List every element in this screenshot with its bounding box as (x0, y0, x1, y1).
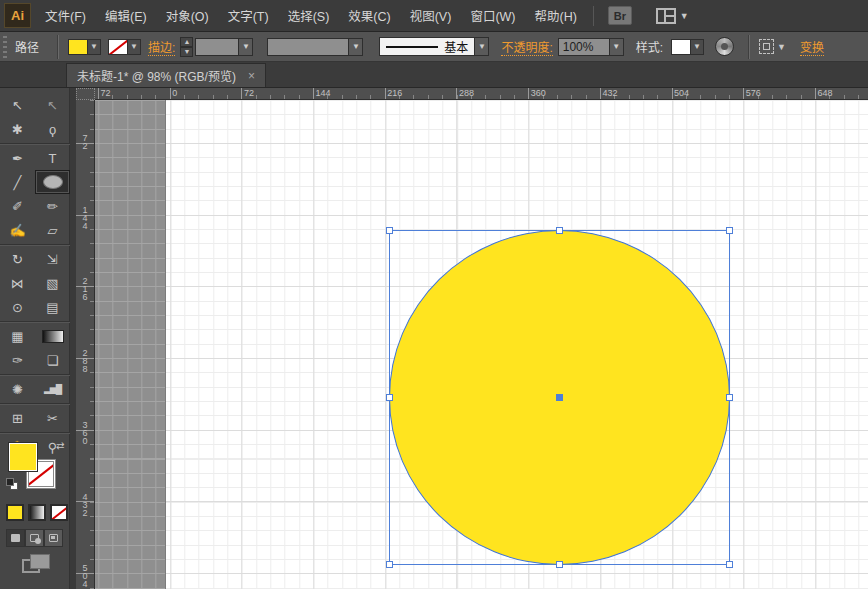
opacity-panel-link[interactable]: 不透明度: (501, 38, 552, 56)
bridge-button[interactable]: Br (608, 6, 632, 25)
stroke-weight-stepper[interactable]: ▲ ▼ (180, 37, 193, 57)
lasso-tool[interactable]: ϙ (35, 117, 70, 141)
column-graph-tool[interactable]: ▂▅█ (35, 377, 70, 401)
direct-selection-tool[interactable]: ↖ (35, 93, 70, 117)
paintbrush-tool[interactable]: ✐ (0, 194, 35, 218)
mesh-tool[interactable]: ▦ (0, 324, 35, 348)
menu-item-5[interactable]: 效果(C) (348, 6, 390, 25)
chevron-down-icon[interactable]: ▼ (128, 39, 141, 55)
brush-definition-field[interactable]: 基本 (379, 37, 475, 56)
type-tool[interactable]: T (35, 146, 70, 170)
swap-fill-stroke-icon[interactable]: ⇄ (56, 440, 64, 451)
perspective-grid-tool[interactable]: ▤ (35, 295, 70, 319)
close-icon[interactable]: × (248, 69, 255, 83)
menu-item-1[interactable]: 编辑(E) (105, 6, 147, 25)
fill-color-picker[interactable]: ▼ (68, 39, 101, 55)
style-swatch[interactable] (671, 39, 691, 55)
ellipse-tool[interactable] (35, 170, 70, 194)
menu-item-6[interactable]: 视图(V) (410, 6, 452, 25)
document-tab[interactable]: 未标题-1* @ 98% (RGB/预览) × (66, 63, 266, 87)
horizontal-ruler[interactable]: 72072144216288360432504576648 (95, 88, 868, 100)
artboard-canvas[interactable] (95, 100, 868, 589)
eyedropper-tool[interactable]: ✑ (0, 348, 35, 372)
chevron-down-icon[interactable]: ▼ (691, 39, 704, 55)
ruler-label: 144 (316, 88, 331, 98)
step-up-icon[interactable]: ▲ (180, 37, 193, 47)
pen-tool[interactable]: ✒ (0, 146, 35, 170)
selected-object-label: 路径 (15, 38, 39, 55)
width-profile-field[interactable] (267, 38, 349, 56)
panel-grip[interactable] (3, 36, 7, 58)
chevron-down-icon[interactable]: ▼ (349, 38, 363, 56)
selection-handle[interactable] (726, 227, 733, 234)
menu-item-0[interactable]: 文件(F) (45, 6, 86, 25)
stroke-weight-field[interactable] (195, 38, 239, 56)
menu-item-4[interactable]: 选择(S) (288, 6, 330, 25)
menu-item-2[interactable]: 对象(O) (166, 6, 209, 25)
shape-center-point[interactable] (556, 394, 563, 401)
fill-indicator[interactable] (8, 442, 38, 472)
chevron-down-icon[interactable]: ▼ (475, 37, 489, 56)
ellipse-icon (43, 175, 63, 189)
menu-item-7[interactable]: 窗口(W) (470, 6, 515, 25)
chevron-down-icon[interactable]: ▼ (88, 39, 101, 55)
drawing-mode-buttons (6, 529, 63, 547)
brush-name: 基本 (444, 38, 468, 55)
gradient-button[interactable] (28, 504, 46, 521)
fill-swatch[interactable] (68, 39, 88, 55)
stroke-color-picker[interactable]: ▼ (108, 39, 141, 55)
opacity-field[interactable]: 100% (558, 38, 610, 56)
line-segment-tool[interactable]: ╱ (0, 170, 35, 194)
graphic-style-picker[interactable]: ▼ (671, 39, 704, 55)
stroke-none-swatch[interactable] (108, 39, 128, 55)
draw-inside-icon (49, 534, 58, 542)
pencil-tool[interactable]: ✏ (35, 194, 70, 218)
screen-mode-button[interactable] (22, 554, 52, 576)
free-transform-tool[interactable]: ▧ (35, 271, 70, 295)
gradient-tool[interactable] (35, 324, 70, 348)
blend-tool[interactable]: ❏ (35, 348, 70, 372)
scale-tool[interactable]: ⇲ (35, 247, 70, 271)
recolor-artwork-icon[interactable] (715, 37, 734, 56)
rotate-tool[interactable]: ↻ (0, 247, 35, 271)
draw-behind-button[interactable] (25, 529, 44, 547)
default-fill-stroke-icon[interactable] (6, 478, 18, 490)
menu-item-3[interactable]: 文字(T) (228, 6, 269, 25)
draw-normal-button[interactable] (6, 529, 25, 547)
step-down-icon[interactable]: ▼ (180, 47, 193, 57)
workspace-layout-button[interactable]: ▼ (656, 8, 689, 24)
magic-wand-tool[interactable]: ✱ (0, 117, 35, 141)
chevron-down-icon[interactable]: ▼ (777, 42, 786, 52)
menu-item-8[interactable]: 帮助(H) (535, 6, 577, 25)
selection-handle[interactable] (726, 561, 733, 568)
transform-panel-link[interactable]: 变换 (800, 38, 824, 56)
none-button[interactable] (50, 504, 68, 521)
stroke-panel-link[interactable]: 描边: (148, 38, 175, 56)
symbol-sprayer-tool[interactable]: ✺ (0, 377, 35, 401)
selection-tool[interactable]: ↖ (0, 93, 35, 117)
selection-handle[interactable] (556, 561, 563, 568)
selection-handle[interactable] (386, 561, 393, 568)
select-similar-icon[interactable] (759, 39, 774, 54)
draw-inside-button[interactable] (44, 529, 63, 547)
chevron-down-icon[interactable]: ▼ (610, 38, 624, 56)
pasteboard-area[interactable] (95, 100, 166, 589)
ruler-origin-box[interactable] (76, 88, 95, 100)
shape-builder-tool[interactable]: ⊙ (0, 295, 35, 319)
selection-handle[interactable] (556, 227, 563, 234)
vertical-ruler[interactable]: 72144216288360432504 (76, 100, 95, 589)
selection-bounding-box[interactable] (389, 230, 730, 565)
ruler-label: 504 (674, 88, 689, 98)
eraser-tool[interactable]: ▱ (35, 218, 70, 242)
tools-panel: ↖↖✱ϙ✒T╱✐✏✍▱↻⇲⋈▧⊙▤▦✑❏✺▂▅█⊞✂✋⚲ ⇄ (0, 88, 70, 589)
blob-brush-tool[interactable]: ✍ (0, 218, 35, 242)
color-button[interactable] (6, 504, 24, 521)
width-tool[interactable]: ⋈ (0, 271, 35, 295)
selection-handle[interactable] (386, 394, 393, 401)
selection-handle[interactable] (726, 394, 733, 401)
artboard-tool[interactable]: ⊞ (0, 406, 35, 430)
app-logo-icon: Ai (4, 3, 31, 28)
chevron-down-icon[interactable]: ▼ (239, 38, 253, 56)
selection-handle[interactable] (386, 227, 393, 234)
slice-tool[interactable]: ✂ (35, 406, 70, 430)
